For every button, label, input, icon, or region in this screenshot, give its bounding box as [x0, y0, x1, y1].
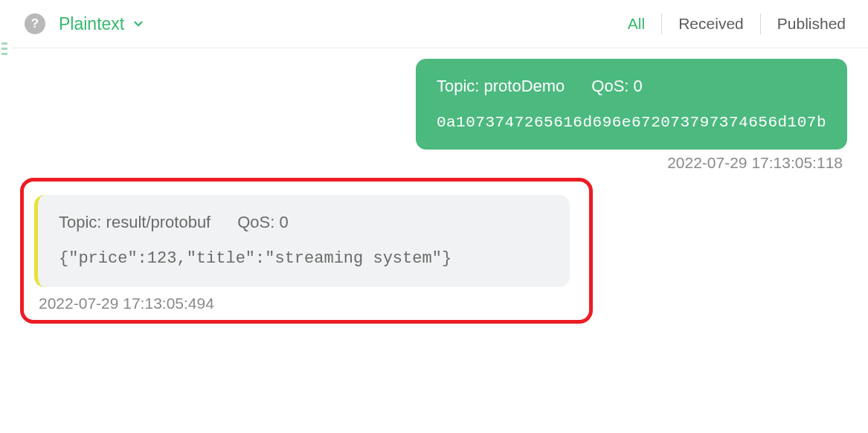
message-bubble-received[interactable]: Topic: result/protobuf QoS: 0 {"price":1… [34, 195, 570, 287]
qos-prefix: QoS: [591, 77, 633, 95]
chevron-down-icon [132, 17, 145, 31]
mqtt-message-pane: ? Plaintext All Received Published Topic… [0, 0, 868, 433]
message-row: Topic: protoDemo QoS: 0 0a1073747265616d… [20, 59, 847, 172]
topic-label: Topic: result/protobuf [59, 211, 210, 234]
format-selector[interactable]: Plaintext [59, 14, 145, 34]
topic-prefix: Topic: [437, 77, 484, 95]
format-label: Plaintext [59, 14, 124, 34]
topic-value: result/protobuf [106, 213, 211, 231]
topic-prefix: Topic: [59, 213, 106, 231]
qos-value: 0 [634, 77, 643, 95]
message-bubble-sent[interactable]: Topic: protoDemo QoS: 0 0a1073747265616d… [416, 59, 847, 150]
message-meta: Topic: result/protobuf QoS: 0 [59, 211, 549, 234]
topic-label: Topic: protoDemo [437, 75, 565, 98]
filter-tabs: All Received Published [611, 13, 846, 34]
qos-value: 0 [279, 213, 288, 231]
message-timestamp: 2022-07-29 17:13:05:494 [34, 295, 579, 312]
topic-value: protoDemo [484, 77, 565, 95]
help-icon[interactable]: ? [25, 13, 45, 34]
pane-header: ? Plaintext All Received Published [11, 0, 868, 48]
qos-label: QoS: 0 [237, 211, 289, 234]
message-payload: 0a1073747265616d696e672073797374656d107b [437, 112, 826, 133]
filter-tab-published[interactable]: Published [761, 13, 846, 34]
message-meta: Topic: protoDemo QoS: 0 [437, 75, 826, 98]
message-timestamp: 2022-07-29 17:13:05:118 [663, 154, 847, 172]
filter-tab-all[interactable]: All [611, 13, 662, 34]
qos-prefix: QoS: [237, 213, 279, 231]
message-list: Topic: protoDemo QoS: 0 0a1073747265616d… [11, 48, 868, 334]
highlighted-wrap: Topic: result/protobuf QoS: 0 {"price":1… [20, 178, 593, 324]
header-left: ? Plaintext [25, 13, 145, 34]
filter-tab-received[interactable]: Received [662, 13, 761, 34]
message-payload: {"price":123,"title":"streaming system"} [59, 248, 549, 271]
message-row: Topic: result/protobuf QoS: 0 {"price":1… [20, 178, 847, 324]
left-edge-strip [0, 41, 9, 62]
qos-label: QoS: 0 [591, 75, 643, 98]
